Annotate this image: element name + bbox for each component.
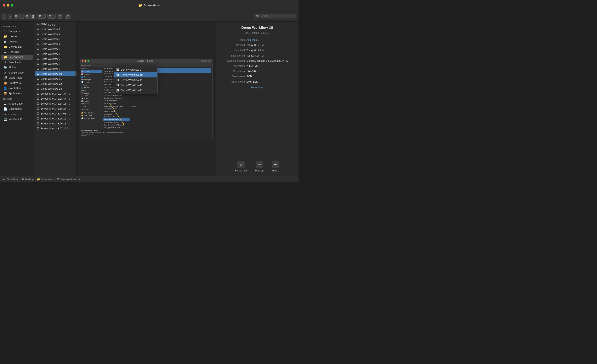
forward-button[interactable]: › xyxy=(8,14,12,19)
group-button[interactable]: ⊞ ▼ xyxy=(47,14,55,19)
fullscreen-button[interactable] xyxy=(11,4,13,7)
sidebar-item-onedrive[interactable]: ☁ OneDrive xyxy=(1,49,33,54)
markup-button[interactable]: ✏ Markup xyxy=(255,161,263,172)
sidebar-item-lifewire-db[interactable]: 📁 Lifewire DB xyxy=(1,44,33,49)
breadcrumb-wf10[interactable]: 🖼 Demo Workflow-10 xyxy=(57,178,80,181)
file-item-wf9[interactable]: 🖼 Demo Workflow-9 xyxy=(35,67,76,71)
desktop-bc-icon: 🖥 xyxy=(22,178,24,181)
sidebar-item-downloads[interactable]: ⬇ Downloads xyxy=(1,60,33,65)
file-item-960x0[interactable]: 🖼 960x0.jpg.jpg xyxy=(35,22,76,27)
file-item-ss3[interactable]: 🖼 Screen Shot...t 8.34.15 PM xyxy=(35,101,76,106)
mini-list-item: Get Selected Finder Items xyxy=(103,94,130,97)
file-item-wf4[interactable]: 🖼 Demo Workflow-4 xyxy=(35,42,76,46)
traffic-lights xyxy=(3,4,13,7)
file-icon: 🖼 xyxy=(116,89,119,92)
show-less-button[interactable]: Show Less xyxy=(251,86,264,89)
mini-list-item: Move Finder Items xyxy=(103,107,130,110)
file-item-wf12[interactable]: 🖼 Demo Workflow-12 xyxy=(35,81,76,86)
main-content: Favorites 🗂 Compariso... 📁 Lifewire 🖥 De… xyxy=(0,22,298,176)
sidebar-item-lifewire[interactable]: 📁 Lifewire xyxy=(1,34,33,39)
share-button[interactable]: ⬆ xyxy=(57,14,63,19)
file-icon: 🖼 xyxy=(37,62,39,65)
tooltip-item-wf12[interactable]: 🖼 Demo Workflow-12 xyxy=(114,83,157,88)
file-item-wf1[interactable]: 🖼 Demo Workflow-1 xyxy=(35,27,76,31)
view-column-button[interactable]: ⊟ xyxy=(25,14,30,19)
file-item-wf3[interactable]: 🖼 Demo Workflow-3 xyxy=(35,37,76,41)
search-input[interactable] xyxy=(255,14,296,18)
minimize-button[interactable] xyxy=(7,4,9,7)
file-item-wf11[interactable]: 🖼 Demo Workflow-11 xyxy=(35,76,76,81)
file-item-wf8[interactable]: 🖼 Demo Workflow-8 xyxy=(35,61,76,66)
breadcrumb-screenshots[interactable]: 📁 Screenshots xyxy=(37,178,54,181)
view-icon-button[interactable]: ⊞ xyxy=(14,14,19,19)
tags-value[interactable]: Add Tags... xyxy=(246,38,259,42)
mini-sidebar-most-used: ⭐ Most Used xyxy=(80,114,103,117)
sidebar-item-desktop[interactable]: 🖥 Desktop xyxy=(1,39,33,44)
file-item-wf5[interactable]: 🖼 Demo Workflow-5 xyxy=(35,46,76,51)
file-item-ss5[interactable]: 🖼 Screen Shot...t 8.43.08 PM xyxy=(35,111,76,116)
file-item-name: Demo Workflow-10 xyxy=(41,72,62,75)
search-wrapper: 🔍 xyxy=(255,14,296,18)
file-item-wf2[interactable]: 🖼 Demo Workflow-2 xyxy=(35,32,76,37)
file-item-ss4[interactable]: 🖼 Screen Shot...t 8.35.27 PM xyxy=(35,106,76,111)
file-icon: 🖼 xyxy=(37,77,39,80)
sidebar-item-applications[interactable]: 📦 Applications xyxy=(1,91,33,96)
sidebar-item-google-drive[interactable]: △ Google Drive xyxy=(1,70,33,75)
tooltip-item-wf9[interactable]: 🖼 Demo Workflow-9 xyxy=(114,67,157,72)
file-icon: 🖼 xyxy=(37,38,39,41)
file-icon: 🖼 xyxy=(37,102,39,105)
view-list-button[interactable]: ☰ xyxy=(19,14,24,19)
rotate-left-button[interactable]: ↺ Rotate Left xyxy=(235,161,247,172)
tag-button[interactable]: 🏷 xyxy=(65,14,71,19)
file-item-ss1[interactable]: 🖼 Screen Shot...t 8.27.37 PM xyxy=(35,91,76,96)
breadcrumb-icloud[interactable]: ☁ iCloud Drive xyxy=(2,178,18,181)
file-item-wf6[interactable]: 🖼 Demo Workflow-6 xyxy=(35,52,76,56)
sidebar-item-macbook[interactable]: 💻 MacBook P... xyxy=(1,117,33,122)
breadcrumb-desktop[interactable]: 🖥 Desktop xyxy=(22,178,34,181)
mini-sidebar-system: ⚙ System xyxy=(80,102,103,105)
file-item-name: Screen Shot...t 8.43.08 PM xyxy=(41,112,71,115)
file-item-wf13[interactable]: 🖼 Demo Workflow-13 xyxy=(35,86,76,91)
info-panel: Demo Workflow-10 JPEG image - 397 KB Tag… xyxy=(216,22,298,176)
sidebar-item-icloud-drive[interactable]: ☁ iCloud Drive xyxy=(1,101,33,106)
info-row-modified: Modified Today, 8:17 PM xyxy=(220,48,294,52)
desktop-icon: 🖥 xyxy=(3,40,7,44)
sidebar-item-compariso[interactable]: 🗂 Compariso... xyxy=(1,29,33,34)
mini-sidebar-recent: 🕒 Recently Added xyxy=(80,117,103,120)
close-button[interactable] xyxy=(3,4,5,7)
info-row-resolution: Resolution 144×144 xyxy=(220,69,294,73)
sidebar-item-documents[interactable]: 📄 Documents xyxy=(1,106,33,111)
info-row-color-profile: Color profile Color LCD xyxy=(220,80,294,84)
view-gallery-button[interactable]: ▦ xyxy=(30,14,35,19)
tooltip-item-wf11[interactable]: 🖼 Demo Workflow-11 xyxy=(114,77,157,83)
file-item-ss7[interactable]: 🖼 Screen Shot...t 8.56.11 PM xyxy=(35,121,76,126)
sidebar-item-creative[interactable]: 🎨 Creative Cl... xyxy=(1,81,33,85)
sidebar-item-evankillham[interactable]: 👤 evankillham xyxy=(1,86,33,91)
file-item-wf7[interactable]: 🖼 Demo Workflow-7 xyxy=(35,57,76,61)
file-item-name: Demo Workflow-7 xyxy=(41,58,60,61)
tooltip-item-wf10[interactable]: 🖼 Demo Workflow-10 xyxy=(114,72,157,77)
file-item-ss6[interactable]: 🖼 Screen Shot...t 8.55.16 PM xyxy=(35,116,76,121)
mini-sidebar-utilities: 🔧 Utilities xyxy=(80,108,103,111)
sidebar-item-movie-tools[interactable]: 🎬 Movie Tools xyxy=(1,75,33,80)
sidebar-item-airdrop[interactable]: 📡 AirDrop xyxy=(1,65,33,70)
tooltip-item-wf13[interactable]: 🖼 Demo Workflow-13 xyxy=(114,88,157,93)
mini-list-item: Get Specified Finder Items xyxy=(103,97,130,99)
file-item-ss8[interactable]: 🖼 Screen Shot...t 8.57.26 PM xyxy=(35,126,76,131)
mini-list-item-rename: Rename Finder Items xyxy=(103,118,130,121)
action-button[interactable]: ⚙ ▼ xyxy=(37,14,46,19)
screenshots-bc-icon: 📁 xyxy=(37,178,40,181)
sidebar-item-screenshots[interactable]: 📁 Screenshots xyxy=(1,55,33,60)
file-item-wf10[interactable]: 🖼 Demo Workflow-10 xyxy=(35,71,76,76)
file-item-name: 960x0.jpg.jpg xyxy=(41,23,55,26)
info-row-color-space: Color space RGB xyxy=(220,75,294,78)
tooltip-item-name: Demo Workflow-9 xyxy=(121,68,141,71)
title-bar: 📁 Screenshots xyxy=(0,0,298,11)
more-button[interactable]: ••• More... xyxy=(272,161,279,172)
more-icon: ••• xyxy=(272,161,279,168)
back-button[interactable]: ‹ xyxy=(2,14,7,19)
file-item-ss2[interactable]: 🖼 Screen Shot...t 8.28.47 PM xyxy=(35,96,76,101)
dimensions-label: Dimensions xyxy=(220,64,245,68)
info-row-last-opened: Last opened Today, 8:17 PM xyxy=(220,54,294,58)
mini-sidebar-documents: 📄 Documents xyxy=(80,81,103,84)
